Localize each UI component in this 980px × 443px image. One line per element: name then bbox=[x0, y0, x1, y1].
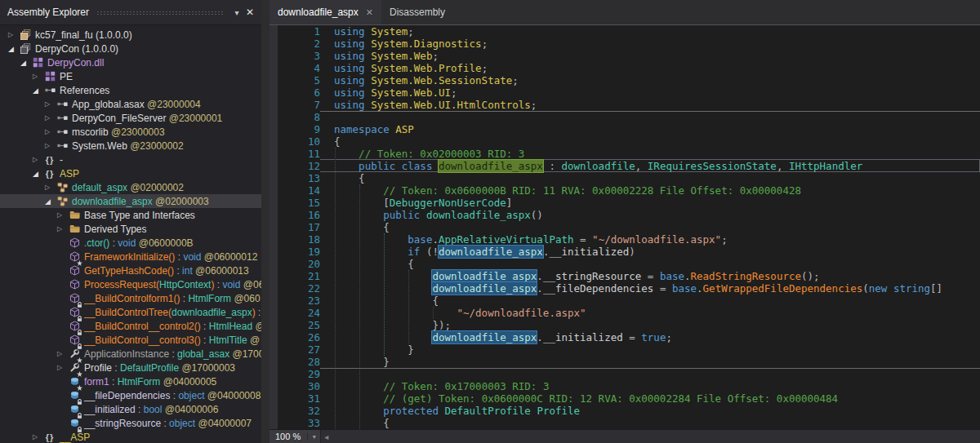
scroll-left-arrow-icon[interactable]: ◂ bbox=[321, 432, 328, 441]
code-line-27[interactable]: } bbox=[334, 343, 980, 356]
tree-item-system-web[interactable]: ▷System.Web @23000002 bbox=[0, 139, 261, 153]
tree-item-derpycon-fileserver[interactable]: ▷DerpyCon_FileServer @23000001 bbox=[0, 111, 261, 125]
expander-icon[interactable]: ◢ bbox=[45, 197, 56, 206]
expander-icon[interactable]: ▷ bbox=[45, 184, 56, 191]
tab-downloadfile_aspx[interactable]: downloadfile_aspx✕ bbox=[270, 0, 381, 24]
tree-item-app-global-asax[interactable]: ▷App_global.asax @23000004 bbox=[0, 97, 261, 111]
tree-item-build-control-control3[interactable]: __BuildControl__control3() : HtmlTitle @ bbox=[0, 333, 261, 347]
tree-item-process-request[interactable]: ProcessRequest(HttpContext) : void @06 bbox=[0, 277, 261, 291]
expander-icon[interactable]: ▷ bbox=[57, 225, 68, 233]
code-line-25[interactable]: }); bbox=[334, 319, 980, 331]
code-line-10[interactable]: { bbox=[334, 135, 980, 148]
tree-item-pe[interactable]: ▷PE bbox=[0, 69, 261, 83]
code-line-28[interactable]: } bbox=[334, 356, 980, 368]
definition-highlight[interactable]: downloadfile_aspx bbox=[439, 160, 543, 172]
tree-item-derpycon-dll[interactable]: ◢DerpyCon.dll bbox=[0, 55, 261, 69]
code-line-26[interactable]: downloadfile_aspx.__initialized = true; bbox=[334, 331, 980, 343]
expander-icon[interactable]: ◢ bbox=[33, 170, 43, 178]
expander-icon[interactable]: ▷ bbox=[57, 350, 68, 357]
tree-item-string-resource[interactable]: __stringResource : object @04000007 bbox=[0, 416, 261, 430]
tree-item-build-control-control2[interactable]: __BuildControl__control2() : HtmlHead @ bbox=[0, 319, 261, 333]
tree-item-profile[interactable]: ▷Profile : DefaultProfile @17000003 bbox=[0, 361, 261, 374]
tree-item-derpycon[interactable]: ◢DerpyCon (1.0.0.0) bbox=[0, 42, 261, 55]
tree-item-namespace-dash[interactable]: ▷{}- bbox=[0, 153, 261, 166]
code-line-4[interactable]: using System.Web.Profile; bbox=[334, 62, 980, 74]
expander-icon[interactable]: ▷ bbox=[33, 73, 43, 80]
code-line-7[interactable]: using System.Web.UI.HtmlControls; bbox=[334, 99, 980, 111]
expander-icon[interactable]: ▷ bbox=[45, 128, 56, 135]
expander-icon[interactable]: ▷ bbox=[57, 211, 68, 219]
tree-item-namespace-asp[interactable]: ◢{}ASP bbox=[0, 166, 261, 180]
expander-icon[interactable]: ◢ bbox=[33, 86, 43, 95]
method-icon bbox=[68, 278, 81, 291]
tree-item-application-instance[interactable]: ▷ApplicationInstance : global_asax @1700 bbox=[0, 347, 261, 361]
tree-item-derived-types[interactable]: ▷Derived Types bbox=[0, 222, 261, 236]
code-line-13[interactable]: { bbox=[334, 172, 980, 184]
horizontal-scrollbar[interactable]: ◂ bbox=[321, 430, 980, 443]
tree-item-build-control-tree[interactable]: __BuildControlTree(downloadfile_aspx) : bbox=[0, 305, 261, 319]
code-line-9[interactable]: namespace ASP bbox=[334, 123, 980, 135]
code-view[interactable]: using System;using System.Diagnostics;us… bbox=[320, 25, 980, 429]
expander-icon[interactable]: ▷ bbox=[45, 114, 56, 122]
code-line-16[interactable]: public downloadfile_aspx() bbox=[334, 209, 980, 221]
code-line-6[interactable]: using System.Web.UI; bbox=[334, 86, 980, 99]
code-line-32[interactable]: protected DefaultProfile Profile bbox=[334, 405, 980, 417]
tree-item-get-type-hash-code[interactable]: GetTypeHashCode() : int @06000013 bbox=[0, 264, 261, 277]
tab-close-icon[interactable]: ✕ bbox=[366, 7, 373, 18]
expander-icon[interactable]: ▷ bbox=[57, 364, 68, 371]
expander-icon[interactable]: ▷ bbox=[45, 142, 56, 149]
tree-item-references[interactable]: ◢References bbox=[0, 83, 261, 97]
code-line-31[interactable]: // (get) Token: 0x0600000C RID: 12 RVA: … bbox=[334, 392, 980, 405]
code-line-8[interactable] bbox=[334, 111, 980, 123]
expander-icon[interactable]: ▷ bbox=[45, 100, 56, 108]
reference-highlight[interactable]: downloadfile_aspx bbox=[432, 270, 537, 282]
code-editor[interactable]: 1234567891011121314151617181920212223242… bbox=[270, 25, 980, 429]
code-line-18[interactable]: base.AppRelativeVirtualPath = "~/downloa… bbox=[334, 233, 980, 246]
code-line-3[interactable]: using System.Web; bbox=[334, 50, 980, 62]
tree-item-default-aspx[interactable]: ▷default_aspx @02000002 bbox=[0, 180, 261, 194]
tree-item-framework-initialize[interactable]: FrameworkInitialize() : void @06000012 bbox=[0, 250, 261, 264]
tree-item-form1[interactable]: form1 : HtmlForm @04000005 bbox=[0, 374, 261, 388]
panel-splitter[interactable] bbox=[261, 0, 270, 443]
expander-icon[interactable]: ▷ bbox=[8, 31, 19, 38]
code-line-20[interactable]: { bbox=[334, 258, 980, 270]
tree-item-ctor[interactable]: .ctor() : void @0600000B bbox=[0, 236, 261, 250]
code-line-29[interactable] bbox=[334, 368, 980, 380]
tree-item-mscorlib[interactable]: ▷mscorlib @23000003 bbox=[0, 125, 261, 139]
code-line-23[interactable]: { bbox=[334, 295, 980, 307]
reference-highlight[interactable]: downloadfile_aspx bbox=[432, 331, 537, 343]
tab-Disassembly[interactable]: Disassembly bbox=[381, 0, 453, 24]
expander-icon[interactable]: ◢ bbox=[8, 45, 19, 53]
code-line-21[interactable]: downloadfile_aspx.__stringResource = bas… bbox=[334, 270, 980, 282]
code-line-14[interactable]: // Token: 0x0600000B RID: 11 RVA: 0x0000… bbox=[334, 184, 980, 197]
tree-item-downloadfile-aspx[interactable]: ◢downloadfile_aspx @02000003 bbox=[0, 194, 261, 208]
code-line-12[interactable]: public class downloadfile_aspx : downloa… bbox=[334, 160, 980, 172]
expander-icon[interactable]: ▷ bbox=[33, 433, 43, 441]
tree-item-kc57-final-fu[interactable]: ▷kc57_final_fu (1.0.0.0) bbox=[0, 28, 261, 42]
panel-dropdown-button[interactable]: ▾ bbox=[230, 8, 243, 17]
panel-close-button[interactable]: ✕ bbox=[243, 7, 256, 18]
code-line-30[interactable]: // Token: 0x17000003 RID: 3 bbox=[334, 380, 980, 392]
tree-item-build-control-form1[interactable]: __BuildControlform1() : HtmlForm @060 bbox=[0, 291, 261, 305]
code-line-1[interactable]: using System; bbox=[334, 25, 980, 38]
code-line-2[interactable]: using System.Diagnostics; bbox=[334, 38, 980, 50]
code-line-19[interactable]: if (!downloadfile_aspx.__initialized) bbox=[334, 246, 980, 258]
code-line-15[interactable]: [DebuggerNonUserCode] bbox=[334, 197, 980, 209]
tree-item-file-dependencies[interactable]: __fileDependencies : object @04000008 bbox=[0, 388, 261, 402]
code-line-17[interactable]: { bbox=[334, 221, 980, 233]
code-line-22[interactable]: downloadfile_aspx.__fileDependencies = b… bbox=[334, 282, 980, 295]
reference-highlight[interactable]: downloadfile_aspx bbox=[432, 282, 537, 295]
code-line-24[interactable]: "~/downloadfile.aspx" bbox=[334, 307, 980, 319]
code-line-11[interactable]: // Token: 0x02000003 RID: 3 bbox=[334, 148, 980, 160]
zoom-level-combo[interactable]: 100 % ▾ bbox=[270, 430, 321, 443]
zoom-dropdown-icon[interactable]: ▾ bbox=[307, 433, 320, 441]
tree-item-initialized[interactable]: __initialized : bool @04000006 bbox=[0, 402, 261, 416]
tree-item-namespace-asp-underscore[interactable]: ▷{}__ASP bbox=[0, 430, 261, 443]
expander-icon[interactable]: ▷ bbox=[33, 156, 43, 163]
expander-icon[interactable]: ◢ bbox=[20, 59, 31, 67]
tree-item-base-type-and-interfaces[interactable]: ▷Base Type and Interfaces bbox=[0, 208, 261, 222]
reference-highlight[interactable]: downloadfile_aspx bbox=[439, 246, 543, 258]
code-line-5[interactable]: using System.Web.SessionState; bbox=[334, 74, 980, 86]
code-line-33[interactable]: { bbox=[334, 417, 980, 429]
breakpoint-margin[interactable] bbox=[270, 25, 278, 429]
